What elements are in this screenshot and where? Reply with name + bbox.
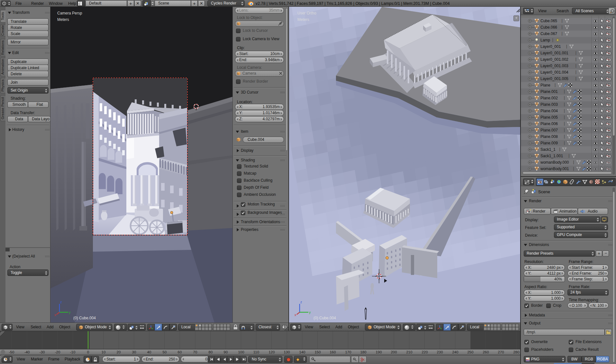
svg-text:y: y: [309, 310, 311, 314]
svg-text:x: x: [294, 313, 296, 317]
svg-text:x: x: [54, 313, 56, 317]
svg-text:y: y: [69, 310, 71, 314]
svg-text:z: z: [60, 300, 62, 304]
svg-text:z: z: [300, 300, 302, 304]
